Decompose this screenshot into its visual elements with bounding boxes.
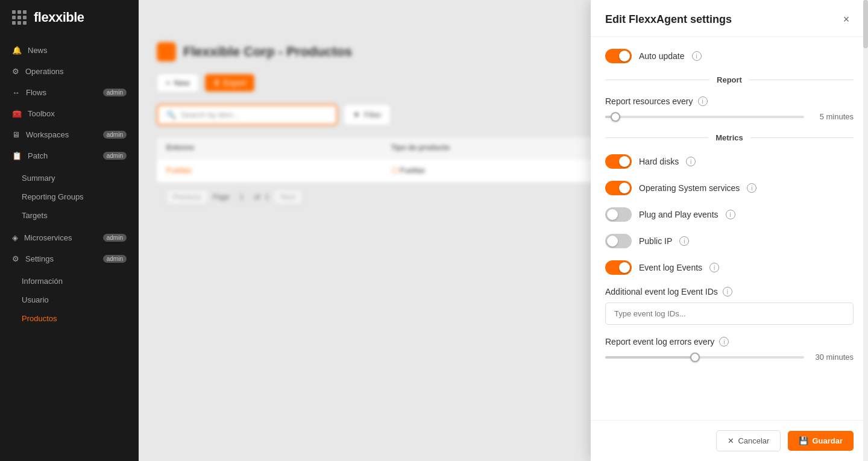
entorno-cell[interactable]: Fuellax	[166, 166, 391, 175]
sidebar-item-patch[interactable]: 📋 Patch admin	[0, 145, 139, 166]
close-button[interactable]: ×	[839, 12, 854, 27]
ops-icon: ⚙	[12, 67, 19, 76]
main-content: Flexxible Corp - Productos + New ⬇ Expor…	[139, 0, 868, 461]
auto-update-toggle[interactable]	[605, 49, 632, 63]
report-resources-info-icon[interactable]: i	[698, 96, 708, 106]
os-services-info-icon[interactable]: i	[747, 183, 756, 193]
panel-body: Auto update i Report Report resources ev…	[591, 37, 868, 420]
sidebar-item-label: Toolbox	[28, 109, 55, 118]
edit-flexxagent-panel: Edit FlexxAgent settings × Auto update i…	[591, 0, 868, 461]
save-button[interactable]: 💾 Guardar	[788, 431, 854, 451]
report-event-log-errors-info-icon[interactable]: i	[719, 337, 729, 347]
export-button[interactable]: ⬇ Export	[205, 74, 255, 92]
plug-play-label: Plug and Play events	[639, 210, 719, 219]
public-ip-label: Public IP	[639, 236, 672, 246]
event-log-toggle[interactable]	[605, 260, 632, 275]
report-event-log-errors-label: Report event log errors every	[605, 337, 714, 347]
settings-badge: admin	[103, 255, 127, 263]
sidebar-item-label: News	[28, 46, 48, 55]
workspaces-badge: admin	[103, 131, 127, 139]
sidebar-item-targets[interactable]: Targets	[0, 206, 139, 225]
public-ip-toggle[interactable]	[605, 234, 632, 248]
bell-icon: 🔔	[12, 46, 22, 55]
report-divider: Report	[605, 75, 854, 84]
report-resources-value: 5 minutes	[811, 112, 854, 121]
patch-badge: admin	[103, 152, 127, 160]
event-log-row: Event log Events i	[605, 260, 854, 275]
report-event-log-errors-section: Report event log errors every i 30 minut…	[605, 337, 854, 362]
os-services-row: Operating System services i	[605, 181, 854, 195]
scroll-indicator	[863, 0, 868, 461]
sidebar-item-toolbox[interactable]: 🧰 Toolbox	[0, 103, 139, 124]
patch-icon: 📋	[12, 151, 22, 160]
hard-disks-info-icon[interactable]: i	[686, 157, 696, 166]
plug-play-toggle[interactable]	[605, 207, 632, 222]
grid-icon	[12, 10, 27, 25]
additional-event-log-label: Additional event log Event IDs	[605, 287, 718, 296]
os-services-label: Operating System services	[639, 183, 740, 193]
metrics-divider: Metrics	[605, 133, 854, 142]
event-log-ids-input[interactable]	[605, 303, 854, 325]
filter-icon: ▼	[353, 110, 360, 119]
additional-event-log-info-icon[interactable]: i	[723, 287, 732, 296]
auto-update-info-icon[interactable]: i	[692, 51, 702, 61]
sidebar-item-workspaces[interactable]: 🖥 Workspaces admin	[0, 124, 139, 145]
slider-fill	[605, 356, 695, 359]
settings-sub-navigation: Información Usuario Productos	[0, 269, 139, 330]
previous-button[interactable]: Previous	[166, 190, 208, 204]
sidebar-item-label: Flows	[26, 88, 46, 97]
report-event-log-errors-value: 30 minutes	[811, 353, 854, 362]
event-log-label: Event log Events	[639, 263, 702, 272]
sidebar-item-summary[interactable]: Summary	[0, 169, 139, 187]
event-log-info-icon[interactable]: i	[709, 263, 719, 272]
slider-thumb[interactable]	[611, 112, 620, 122]
sidebar-item-productos[interactable]: Productos	[0, 309, 139, 328]
sidebar-item-operations[interactable]: ⚙ Operations	[0, 61, 139, 82]
x-icon: ✕	[728, 436, 734, 445]
divider-line-right	[750, 137, 854, 138]
sidebar-item-usuario[interactable]: Usuario	[0, 290, 139, 309]
app-logo: flexxible	[34, 10, 84, 25]
report-resources-label: Report resources every	[605, 96, 693, 106]
panel-header: Edit FlexxAgent settings ×	[591, 0, 868, 37]
search-box: 🔍 Search by item...	[157, 104, 338, 125]
sidebar-item-reporting-groups[interactable]: Reporting Groups	[0, 187, 139, 206]
sidebar-item-settings[interactable]: ⚙ Settings admin	[0, 248, 139, 269]
filter-button[interactable]: ▼ Filter	[344, 104, 391, 125]
divider-line-left	[605, 80, 709, 80]
hard-disks-toggle[interactable]	[605, 154, 632, 169]
sidebar-item-microservices[interactable]: ◈ Microservices admin	[0, 227, 139, 248]
flow-icon: ↔	[12, 88, 20, 97]
scroll-thumb[interactable]	[863, 0, 868, 48]
hard-disks-label: Hard disks	[639, 157, 679, 166]
panel-title: Edit FlexxAgent settings	[605, 13, 732, 26]
auto-update-label: Auto update	[639, 51, 685, 61]
plus-icon: +	[166, 78, 171, 87]
cancel-button[interactable]: ✕ Cancelar	[716, 430, 781, 451]
sidebar-navigation: 🔔 News ⚙ Operations ↔ Flows admin 🧰 Tool…	[0, 35, 139, 461]
page-title: Flexxible Corp - Productos	[183, 44, 352, 60]
new-button[interactable]: + New	[157, 74, 199, 92]
sidebar-item-news[interactable]: 🔔 News	[0, 40, 139, 61]
workspace-icon: 🖥	[12, 130, 20, 139]
sidebar-item-flows[interactable]: ↔ Flows admin	[0, 82, 139, 103]
microservices-badge: admin	[103, 234, 127, 242]
divider-line-left	[605, 137, 708, 138]
report-event-log-errors-slider-track	[605, 356, 804, 359]
col-tipo: Tipo de producto	[391, 143, 616, 152]
report-resources-slider-track	[605, 116, 804, 118]
sidebar-item-informacion[interactable]: Información	[0, 272, 139, 290]
divider-line-right	[749, 80, 854, 80]
search-placeholder: Search by item...	[181, 110, 240, 119]
os-services-toggle[interactable]	[605, 181, 632, 195]
plug-play-info-icon[interactable]: i	[726, 210, 735, 219]
export-icon: ⬇	[213, 78, 220, 87]
next-button[interactable]: Next	[274, 190, 302, 204]
sidebar-item-label: Operations	[25, 67, 64, 76]
sub-navigation: Summary Reporting Groups Targets	[0, 166, 139, 227]
sidebar-item-label: Microservices	[24, 233, 72, 242]
slider-thumb[interactable]	[690, 353, 700, 362]
public-ip-row: Public IP i	[605, 234, 854, 248]
sidebar: flexxible 🔔 News ⚙ Operations ↔ Flows ad…	[0, 0, 139, 461]
public-ip-info-icon[interactable]: i	[679, 236, 689, 246]
